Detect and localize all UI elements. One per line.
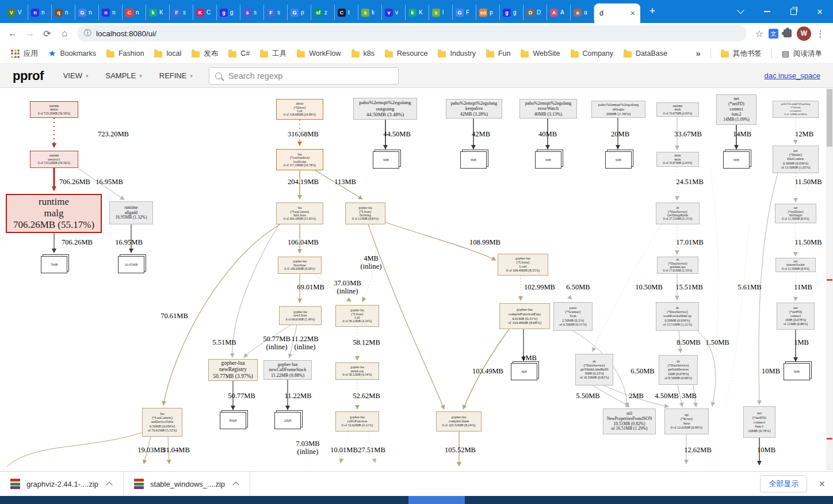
browser-tab[interactable]: gg bbox=[217, 5, 240, 20]
graph-node-runtime-main[interactable]: runtimemain0 of 33.67MB (2.63%) bbox=[656, 102, 699, 117]
address-bar[interactable]: ⓘ localhost:8080/ui/ bbox=[77, 25, 747, 41]
graph-node-gopher-newcallframestack[interactable]: gopher-luanewCallFrameStack11.22MB (0.88… bbox=[263, 360, 312, 380]
bookmark-item-fashion[interactable]: Fashion bbox=[101, 47, 149, 60]
download-item[interactable]: graphviz-2.44.1-....zip bbox=[0, 472, 124, 496]
browser-tab[interactable]: aa bbox=[571, 5, 594, 20]
graph-node-runtime-mstart[interactable]: runtimemstart0 of 723.20MB (56.50%) bbox=[30, 101, 78, 118]
browser-tab[interactable]: Ct bbox=[335, 5, 358, 20]
bookmark-item-local[interactable]: local bbox=[149, 47, 186, 60]
graph-node-paho-keepalive[interactable]: paho%2emqtt%2egolangkeepalive42MB (3.28%… bbox=[446, 99, 502, 119]
alloc-box[interactable]: 20kB bbox=[274, 412, 301, 429]
menu-refine[interactable]: REFINE▾ bbox=[159, 71, 193, 80]
bookmark-item-website[interactable]: WebSite bbox=[515, 47, 565, 60]
alloc-box[interactable]: 784B bbox=[41, 256, 67, 273]
graph-node-runtime-newproc1[interactable]: runtimenewproc10 of 723.20MB (56.50%) bbox=[30, 151, 78, 168]
graph-node-gopher-newlstate[interactable]: gopher-luanewLState0 of 69.01MB (5.39%) bbox=[279, 306, 322, 325]
bookmark-item-workflow[interactable]: WorkFlow bbox=[292, 47, 346, 60]
bookmark-item-c[interactable]: C# bbox=[223, 47, 255, 60]
browser-tab[interactable]: Gn bbox=[75, 5, 99, 20]
bookmark-item-company[interactable]: Company bbox=[565, 47, 619, 60]
browser-tab[interactable]: gg bbox=[500, 5, 524, 20]
browser-tab[interactable]: AA bbox=[547, 5, 571, 20]
graph-node-net-internetsocket[interactable]: netinternetSocket0 of 11.50MB (0.9%) bbox=[775, 258, 816, 272]
refresh-button[interactable]: ⟳ bbox=[39, 28, 55, 39]
alloc-box[interactable]: 96B bbox=[373, 151, 399, 169]
menu-sample[interactable]: SAMPLE▾ bbox=[105, 71, 142, 80]
browser-tab[interactable]: Fs bbox=[264, 5, 288, 20]
bookmark-item-overflow[interactable]: » bbox=[690, 47, 705, 60]
browser-tab[interactable]: KC bbox=[193, 5, 217, 20]
browser-tab[interactable]: sop bbox=[476, 5, 500, 20]
graph-node-net-connect-func1[interactable]: net(*netFD)connectfunc110MB (0.78%) bbox=[743, 406, 775, 438]
graph-node-runtime-allgadd[interactable]: runtimeallgadd16.95MB (1.32%) bbox=[109, 201, 153, 224]
browser-tab[interactable]: DD bbox=[524, 5, 547, 20]
graph-node-paho-reconnect[interactable]: paho%2emqtt%2egolang(*client)reconnect0 … bbox=[773, 101, 819, 118]
menu-view[interactable]: VIEW▾ bbox=[63, 71, 89, 80]
graph-node-driver-call[interactable]: driver(*Driver)Call0 of 318.68MB (24.89%… bbox=[276, 99, 323, 120]
browser-tab[interactable]: VV bbox=[5, 5, 28, 20]
bookmark-item-database[interactable]: DataBase bbox=[618, 47, 672, 60]
search-input[interactable] bbox=[227, 71, 392, 81]
translate-icon[interactable]: 文 bbox=[769, 29, 778, 39]
graph-node-net-netfd-connect[interactable]: net(*netFD)connect1MB (0.078%)of 11MB (0… bbox=[777, 303, 815, 330]
download-item[interactable]: stable_windows_....zip bbox=[124, 472, 250, 496]
bookmark-item-industry[interactable]: Industry bbox=[433, 47, 480, 60]
call-graph-canvas[interactable]: runtimemstart0 of 723.20MB (56.50%)drive… bbox=[0, 88, 833, 471]
active-tab[interactable]: d× bbox=[594, 3, 640, 23]
graph-node-net-connect-func2[interactable]: net(*netFD)connectfunc214MB (1.09%) bbox=[716, 94, 756, 125]
alloc-box[interactable]: 96B bbox=[784, 363, 810, 380]
browser-tab[interactable]: vv bbox=[382, 5, 406, 20]
search-box[interactable] bbox=[209, 67, 399, 85]
browser-tab[interactable]: Fs bbox=[170, 5, 193, 20]
graph-node-lua-initlstate[interactable]: lua(*LuaContext)InitLState0 of 204.19MB … bbox=[276, 203, 323, 224]
graph-node-gopher-compilefunctionexpr[interactable]: gopher-luacompileFunctionExpr4.01MB (0.3… bbox=[499, 303, 550, 329]
chevron-up-icon[interactable] bbox=[106, 482, 112, 488]
browser-tab[interactable]: sfz bbox=[311, 5, 335, 20]
graph-node-paho-alllogic[interactable]: paho%2emqtt%2egolangalllogic20MB (1.56%) bbox=[591, 101, 645, 118]
graph-node-lua-loadscript[interactable]: lua(*LuaSandbox)loadScript0 of 317.19MB … bbox=[276, 149, 323, 170]
graph-node-ds-scanrowasdimcap[interactable]: ds(*DataService)scanRowAsDimCap0.50MB (0… bbox=[656, 302, 699, 331]
graph-node-gopher-load[interactable]: gopher-lua(*LState)Load0 of 109.49MB (8.… bbox=[498, 254, 548, 276]
bookmark-star-button[interactable]: ☆ bbox=[751, 28, 767, 39]
graph-node-net-dialcontext[interactable]: net(*Dialer)DialContext0.50MB (0.039%)of… bbox=[773, 146, 819, 173]
restore-button[interactable] bbox=[780, 0, 807, 23]
close-button[interactable]: × bbox=[807, 0, 833, 23]
graph-node-gopher-mainloop[interactable]: gopher-luamainLoop0 of 58.12MB (4.54%) bbox=[335, 362, 379, 380]
browser-tab[interactable]: Gp bbox=[288, 5, 311, 20]
graph-node-net-dialsingle[interactable]: net(*sysDialer)dialSingle0 of 11.50MB (0… bbox=[775, 204, 816, 223]
graph-node-runtime-malg[interactable]: runtimemalg706.26MB (55.17%) bbox=[6, 194, 102, 233]
browser-tab[interactable]: sl bbox=[429, 5, 453, 20]
tab-close-icon[interactable]: × bbox=[631, 9, 635, 17]
graph-node-util-newpropertiesfromjson[interactable]: utilNewPropertiesFromJSON10.51MB (0.82%)… bbox=[603, 408, 656, 434]
site-info-icon[interactable]: ⓘ bbox=[84, 28, 91, 39]
back-button[interactable]: ← bbox=[5, 28, 21, 39]
scrollbar[interactable] bbox=[826, 88, 833, 471]
graph-node-sql-rows-next[interactable]: sql(*Rows)Next0 of 12.62MB (0.99%) bbox=[664, 408, 709, 434]
graph-node-gopher-newregistry[interactable]: gopher-luanewRegistry50.77MB (3.97%) bbox=[208, 359, 258, 381]
alloc-box[interactable]: 16.95MB bbox=[118, 256, 144, 273]
graph-node-gopher-compilechunk[interactable]: gopher-luacompileChunk0 of 105.52MB (8.2… bbox=[436, 411, 482, 432]
graph-node-gopher-dostring[interactable]: gopher-lua(*LState)DoString0 of 113MB (8… bbox=[345, 203, 385, 224]
downloads-close-button[interactable]: × bbox=[819, 478, 825, 490]
profile-name-link[interactable]: dac inuse_space bbox=[764, 71, 820, 80]
browser-tab[interactable]: ss bbox=[240, 5, 264, 20]
alloc-box[interactable]: 80kB bbox=[220, 412, 246, 429]
profile-avatar[interactable]: W bbox=[797, 26, 811, 41]
alloc-box[interactable]: 96B bbox=[605, 151, 632, 169]
alloc-box[interactable]: 96B bbox=[723, 151, 750, 169]
alloc-box[interactable]: 96B bbox=[535, 151, 561, 169]
bookmark-item-resource[interactable]: Resource bbox=[380, 47, 433, 60]
browser-tab[interactable]: sk bbox=[358, 5, 382, 20]
alloc-box[interactable]: 96B bbox=[460, 151, 487, 169]
browser-tab[interactable]: Cn bbox=[123, 5, 146, 20]
bookmark-item-bookmarks[interactable]: ★Bookmarks bbox=[43, 47, 101, 60]
bookmark-item-[interactable]: 工具 bbox=[255, 47, 292, 61]
new-tab-button[interactable]: + bbox=[645, 4, 660, 19]
bookmark-item-[interactable]: ▤阅读清单 bbox=[777, 47, 827, 61]
graph-node-main-main[interactable]: mainmain0 of 33.67MB (2.63%) bbox=[656, 152, 699, 167]
tab-search-button[interactable] bbox=[727, 0, 754, 23]
scrollbar-thumb[interactable] bbox=[827, 89, 832, 147]
browser-tab[interactable]: nn bbox=[28, 5, 52, 20]
minimize-button[interactable] bbox=[754, 0, 780, 23]
graph-node-gopher-newstate[interactable]: gopher-luaNewState0 of 106.04MB (8.28%) bbox=[278, 257, 322, 274]
